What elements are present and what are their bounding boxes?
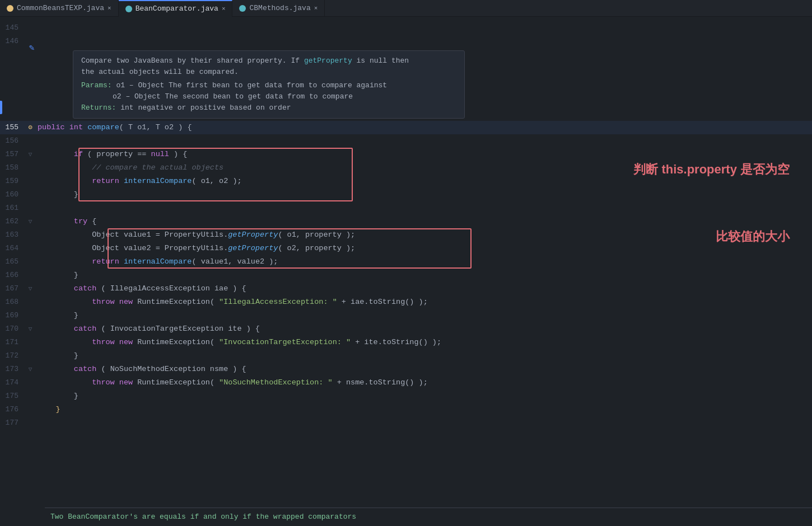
code-line-166: 166 } — [0, 269, 812, 282]
line-num-177: 177 — [0, 416, 25, 430]
current-line-indicator — [0, 101, 2, 114]
code-line-165: 165 return internalCompare( value1, valu… — [0, 255, 812, 269]
code-line-172: 172 } — [0, 349, 812, 363]
code-line-158: 158 // compare the actual objects — [0, 161, 812, 175]
javadoc-returns-label: Returns: — [81, 104, 116, 112]
line-num-169: 169 — [0, 309, 25, 322]
line-content-164: Object value2 = PropertyUtils.getPropert… — [35, 242, 812, 255]
line-num-171: 171 — [0, 336, 25, 349]
code-line-164: 164 Object value2 = PropertyUtils.getPro… — [0, 242, 812, 255]
line-content-162: try { — [35, 215, 812, 228]
line-content-171: throw new RuntimeException( "InvocationT… — [35, 336, 812, 349]
line-content-158: // compare the actual objects — [35, 161, 812, 175]
line-num-170: 170 — [0, 322, 25, 336]
code-line-173: 173 ▽ catch ( NoSuchMethodException nsme… — [0, 363, 812, 376]
code-line-169: 169 } — [0, 309, 812, 322]
fold-162[interactable]: ▽ — [25, 215, 35, 228]
fold-173[interactable]: ▽ — [25, 363, 35, 376]
line-content-155: public int compare( T o1, T o2 ) { — [35, 121, 812, 134]
fold-167[interactable]: ▽ — [25, 282, 35, 295]
code-line-146: 146 — [0, 35, 812, 48]
line-content-167: catch ( IllegalAccessException iae ) { — [35, 282, 812, 295]
javadoc-line1: Compare two JavaBeans by their shared pr… — [81, 55, 456, 67]
javadoc-param1: o1 – Object The first bean to get data f… — [116, 81, 387, 90]
code-line-145: 145 — [0, 21, 812, 35]
code-line-161: 161 — [0, 201, 812, 215]
tab-beancomparator[interactable]: BeanComparator.java × — [119, 0, 233, 17]
close-tab-3[interactable]: × — [314, 5, 318, 12]
code-line-171: 171 throw new RuntimeException( "Invocat… — [0, 336, 812, 349]
line-num-166: 166 — [0, 269, 25, 282]
line-content-160: } — [35, 188, 812, 201]
line-num-164: 164 — [0, 242, 25, 255]
tab-icon-teal-2 — [239, 5, 246, 12]
code-line-170: 170 ▽ catch ( InvocationTargetException … — [0, 322, 812, 336]
javadoc-params: Params: o1 – Object The first bean to ge… — [81, 80, 456, 91]
line-content-157: if ( property == null ) { — [35, 148, 812, 161]
line-num-165: 165 — [0, 255, 25, 269]
line-content-168: throw new RuntimeException( "IllegalAcce… — [35, 295, 812, 309]
javadoc-text1b: is null then — [352, 57, 409, 65]
code-line-176: 176 } — [0, 403, 812, 416]
code-area[interactable]: ✎ 145 146 Compare two JavaBeans by their… — [0, 17, 812, 526]
tab-cbmethods[interactable]: CBMethods.java × — [232, 0, 325, 17]
code-line-157: 157 ▽ if ( property == null ) { — [0, 148, 812, 161]
line-num-161: 161 — [0, 201, 25, 215]
line-content-169: } — [35, 309, 812, 322]
tab-label-3: CBMethods.java — [249, 4, 310, 12]
editor: ✎ 145 146 Compare two JavaBeans by their… — [0, 17, 812, 526]
line-num-157: 157 — [0, 148, 25, 161]
code-line-174: 174 throw new RuntimeException( "NoSuchM… — [0, 376, 812, 389]
line-content-166: } — [35, 269, 812, 282]
close-tab-2[interactable]: × — [222, 6, 226, 12]
tab-bar: CommonBeansTEXP.java × BeanComparator.ja… — [0, 0, 812, 17]
bottom-doc-bar: Two BeanComparator's are equals if and o… — [45, 508, 812, 526]
line-num-160: 160 — [0, 188, 25, 201]
tab-icon-teal-1 — [125, 6, 132, 12]
line-content-170: catch ( InvocationTargetException ite ) … — [35, 322, 812, 336]
line-num-167: 167 — [0, 282, 25, 295]
line-num-168: 168 — [0, 295, 25, 309]
javadoc-returns: Returns: int negative or positive based … — [81, 102, 456, 114]
line-content-163: Object value1 = PropertyUtils.getPropert… — [35, 228, 812, 242]
javadoc-text1: Compare two JavaBeans by their shared pr… — [81, 57, 304, 65]
code-line-167: 167 ▽ catch ( IllegalAccessException iae… — [0, 282, 812, 295]
code-line-160: 160 } — [0, 188, 812, 201]
line-content-173: catch ( NoSuchMethodException nsme ) { — [35, 363, 812, 376]
line-num-173: 173 — [0, 363, 25, 376]
highlight-region-2: 162 ▽ try { 163 Object value1 = Property… — [0, 215, 812, 282]
fold-170[interactable]: ▽ — [25, 322, 35, 336]
line-num-158: 158 — [0, 161, 25, 175]
code-line-175: 175 } — [0, 389, 812, 403]
line-content-174: throw new RuntimeException( "NoSuchMetho… — [35, 376, 812, 389]
highlight-region-1: 157 ▽ if ( property == null ) { 158 // c… — [0, 148, 812, 201]
javadoc-param2: o2 – Object The second bean to get data … — [113, 91, 456, 102]
close-tab-1[interactable]: × — [108, 5, 111, 12]
code-line-163: 163 Object value1 = PropertyUtils.getPro… — [0, 228, 812, 242]
line-num-146: 146 — [0, 35, 25, 48]
tab-label-1: CommonBeansTEXP.java — [17, 4, 104, 12]
code-line-162: 162 ▽ try { — [0, 215, 812, 228]
line-content-176: } — [35, 403, 812, 416]
tab-label-2: BeanComparator.java — [136, 4, 218, 13]
tab-icon-orange — [7, 5, 13, 12]
line-num-174: 174 — [0, 376, 25, 389]
fold-157[interactable]: ▽ — [25, 148, 35, 161]
code-line-159: 159 return internalCompare( o1, o2 ); — [0, 175, 812, 188]
code-line-168: 168 throw new RuntimeException( "Illegal… — [0, 295, 812, 309]
line-content-159: return internalCompare( o1, o2 ); — [35, 175, 812, 188]
code-line-156: 156 — [0, 134, 812, 148]
line-num-176: 176 — [0, 403, 25, 416]
line-num-156: 156 — [0, 134, 25, 148]
line-content-175: } — [35, 389, 812, 403]
line-content-165: return internalCompare( value1, value2 )… — [35, 255, 812, 269]
line-num-145: 145 — [0, 21, 25, 35]
line-num-163: 163 — [0, 228, 25, 242]
tab-commonbeans[interactable]: CommonBeansTEXP.java × — [0, 0, 119, 17]
line-content-172: } — [35, 349, 812, 363]
code-line-177: 177 — [0, 416, 812, 430]
javadoc-returns-val: int negative or positive based on order — [120, 104, 291, 112]
line-num-155: 155 — [0, 121, 25, 134]
line-num-175: 175 — [0, 389, 25, 403]
fold-155[interactable]: ⚙ — [25, 121, 35, 134]
